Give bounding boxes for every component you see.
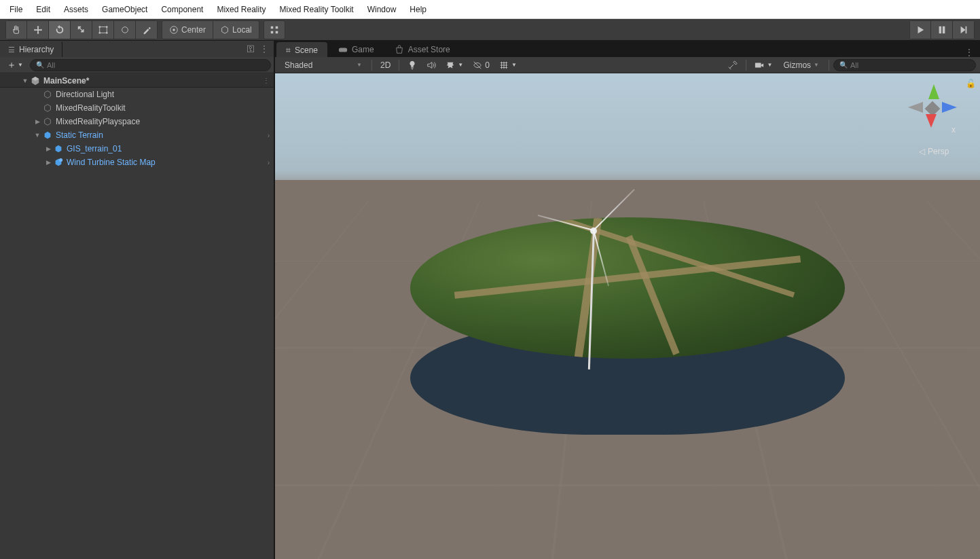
gameobject-icon (42, 89, 53, 100)
svg-point-5 (122, 26, 128, 33)
svg-rect-12 (339, 48, 347, 52)
svg-point-6 (173, 29, 175, 31)
projection-toggle[interactable]: ◁Persp (919, 147, 949, 156)
gamepad-icon (338, 45, 348, 54)
scene-toolbar: Shaded ▼ 2D ▼ 0 ▼ ▼ Gizmos ▼ 🔍 (275, 57, 980, 73)
panel-menu-icon[interactable]: ⋮ (260, 44, 268, 54)
menu-help[interactable]: Help (403, 2, 433, 17)
tab-label: Game (352, 45, 374, 54)
rect-tool[interactable] (92, 20, 114, 39)
hierarchy-search-input[interactable] (47, 61, 265, 69)
axis-x-icon[interactable] (926, 114, 937, 128)
scene-name: MainScene* (43, 76, 89, 86)
scene-lighting-toggle[interactable] (403, 58, 421, 72)
expand-arrow-icon[interactable]: ▶ (43, 145, 53, 152)
scene-search[interactable]: 🔍 (833, 59, 976, 71)
pivot-mode-toggle[interactable]: Center (162, 20, 213, 39)
svg-point-4 (105, 32, 107, 34)
play-controls (909, 20, 975, 39)
scene-camera-dropdown[interactable]: ▼ (750, 58, 776, 72)
scene-search-input[interactable] (850, 61, 970, 69)
hierarchy-tree: ▼ MainScene* ⋮ Directional Light MixedRe… (0, 73, 274, 559)
open-prefab-icon[interactable]: › (268, 132, 270, 139)
svg-rect-13 (755, 62, 761, 67)
tree-item-wind-turbine[interactable]: ▶ Wind Turbine Static Map › (0, 156, 274, 169)
tree-item-mrtk[interactable]: MixedRealityToolkit (0, 101, 274, 115)
scene-view[interactable]: 🔓 x ◁Persp (275, 73, 980, 559)
transform-tools (5, 20, 158, 39)
tab-game[interactable]: Game (329, 42, 384, 57)
open-prefab-icon[interactable]: › (268, 159, 270, 166)
menu-mrtk[interactable]: Mixed Reality Toolkit (272, 2, 360, 17)
tree-item-label: GIS_terrain_01 (67, 144, 122, 154)
tree-item-directional-light[interactable]: Directional Light (0, 88, 274, 101)
hierarchy-search[interactable]: 🔍 (30, 59, 271, 71)
tree-item-static-terrain[interactable]: ▼ Static Terrain › (0, 128, 274, 142)
axis-x-label: x (951, 125, 956, 134)
scene-visibility-toggle[interactable]: 0 (469, 58, 494, 72)
local-icon (220, 25, 230, 35)
unity-logo-icon (30, 75, 41, 86)
hierarchy-tab[interactable]: ☰ Hierarchy (0, 41, 62, 57)
menu-gameobject[interactable]: GameObject (95, 2, 154, 17)
scene-fx-dropdown[interactable]: ▼ (441, 58, 467, 72)
shading-mode-dropdown[interactable]: Shaded ▼ (279, 58, 367, 72)
menu-file[interactable]: File (3, 2, 29, 17)
main-toolbar: Center Local (0, 19, 980, 41)
expand-arrow-icon[interactable]: ▼ (20, 77, 30, 84)
hierarchy-icon: ☰ (8, 46, 15, 54)
hand-tool[interactable] (5, 20, 27, 39)
tab-scene[interactable]: ⌗ Scene (276, 42, 327, 57)
hierarchy-toolbar: ＋ ▼ 🔍 (0, 57, 274, 73)
menu-component[interactable]: Component (154, 2, 210, 17)
toggle-2d[interactable]: 2D (376, 58, 395, 72)
scene-tab-icon: ⌗ (286, 46, 291, 55)
axis-y-icon[interactable] (928, 84, 939, 99)
svg-point-11 (59, 158, 62, 162)
menu-window[interactable]: Window (361, 2, 403, 17)
menu-mixedreality[interactable]: Mixed Reality (210, 2, 272, 17)
scene-grid-dropdown[interactable]: ▼ (495, 58, 521, 72)
scene-row[interactable]: ▼ MainScene* ⋮ (0, 74, 274, 88)
svg-rect-9 (942, 26, 945, 33)
axis-z-icon[interactable] (942, 102, 957, 113)
scene-lock-icon[interactable]: 🔓 (966, 79, 976, 88)
play-button[interactable] (909, 20, 931, 39)
scene-audio-toggle[interactable] (422, 58, 440, 72)
scale-tool[interactable] (71, 20, 92, 39)
step-button[interactable] (953, 20, 975, 39)
tree-item-label: Static Terrain (56, 130, 103, 140)
tab-label: Scene (295, 46, 318, 55)
scene-tools-icon[interactable] (724, 58, 742, 72)
axis-neg-icon[interactable] (908, 102, 923, 113)
tab-asset-store[interactable]: Asset Store (385, 42, 460, 57)
tree-item-playspace[interactable]: ▶ MixedRealityPlayspace (0, 115, 274, 128)
hierarchy-tab-label: Hierarchy (19, 45, 54, 54)
pause-button[interactable] (931, 20, 953, 39)
gameobject-icon (42, 103, 53, 113)
gizmos-dropdown[interactable]: Gizmos ▼ (778, 58, 824, 72)
rotate-tool[interactable] (49, 20, 71, 39)
viewport-menu-icon[interactable]: ⋮ (958, 48, 980, 57)
expand-arrow-icon[interactable]: ▼ (33, 132, 42, 139)
snap-toggle[interactable] (264, 20, 285, 39)
svg-point-3 (98, 32, 101, 34)
expand-arrow-icon[interactable]: ▶ (43, 159, 53, 166)
transform-tool[interactable] (114, 20, 136, 39)
scene-context-icon[interactable]: ⋮ (263, 77, 270, 84)
svg-point-2 (105, 26, 107, 28)
custom-tool[interactable] (136, 20, 158, 39)
bag-icon (395, 45, 404, 54)
svg-rect-0 (99, 26, 107, 33)
menu-edit[interactable]: Edit (29, 2, 57, 17)
menu-assets[interactable]: Assets (57, 2, 95, 17)
gizmos-label: Gizmos (783, 60, 811, 70)
tree-item-gis-terrain[interactable]: ▶ GIS_terrain_01 (0, 142, 274, 156)
move-tool[interactable] (27, 20, 49, 39)
handle-mode-toggle[interactable]: Local (213, 20, 259, 39)
orientation-gizmo[interactable]: x ◁Persp (899, 83, 966, 164)
lock-panel-icon[interactable]: ⚿ (247, 44, 255, 54)
expand-arrow-icon[interactable]: ▶ (33, 118, 42, 125)
create-dropdown[interactable]: ＋ ▼ (3, 58, 27, 72)
svg-point-1 (98, 26, 101, 28)
